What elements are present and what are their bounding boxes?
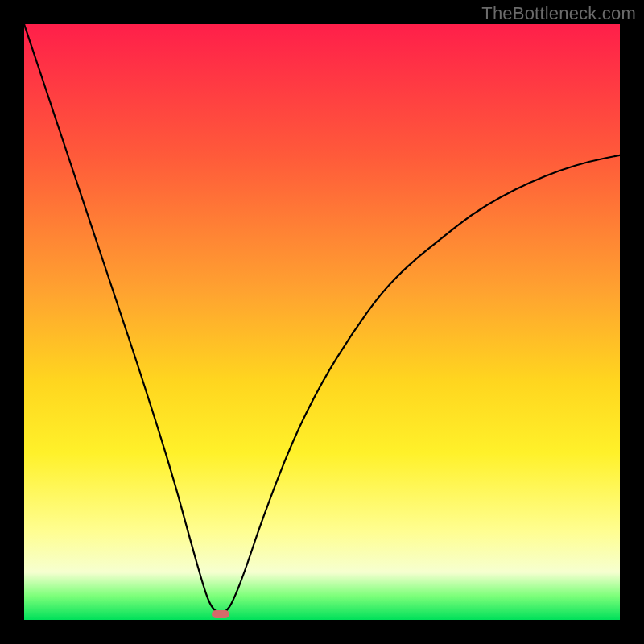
chart-frame: TheBottleneck.com [0,0,644,644]
curve-svg [24,24,620,620]
minimum-marker [212,610,229,618]
bottleneck-curve-path [24,24,620,613]
watermark-text: TheBottleneck.com [481,3,636,24]
plot-area [24,24,620,620]
